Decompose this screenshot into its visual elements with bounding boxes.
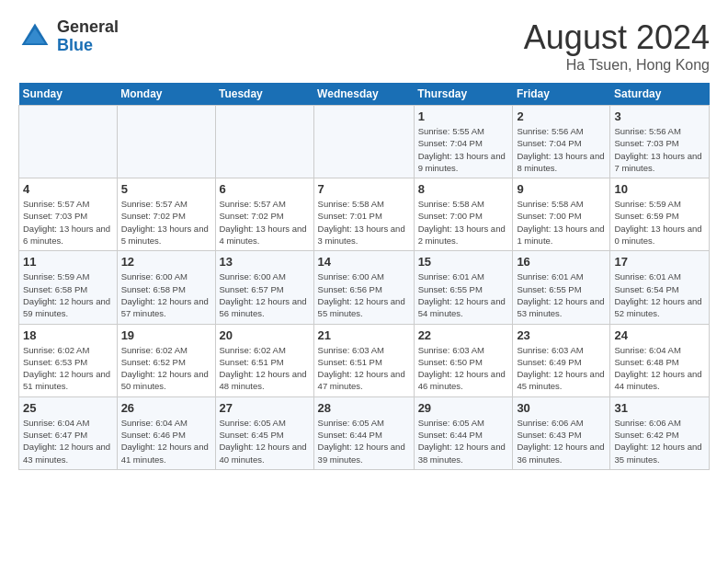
day-number: 9 xyxy=(517,182,606,196)
calendar-cell: 13Sunrise: 6:00 AM Sunset: 6:57 PM Dayli… xyxy=(215,251,313,324)
header-saturday: Saturday xyxy=(610,83,710,106)
day-info: Sunrise: 6:06 AM Sunset: 6:42 PM Dayligh… xyxy=(614,417,705,465)
day-info: Sunrise: 6:04 AM Sunset: 6:46 PM Dayligh… xyxy=(121,417,211,465)
header-wednesday: Wednesday xyxy=(313,83,414,106)
day-info: Sunrise: 6:00 AM Sunset: 6:57 PM Dayligh… xyxy=(220,270,310,319)
header-thursday: Thursday xyxy=(414,83,513,106)
calendar-header-row: SundayMondayTuesdayWednesdayThursdayFrid… xyxy=(19,83,710,106)
calendar-cell xyxy=(117,106,215,178)
day-number: 26 xyxy=(121,401,211,415)
calendar-cell: 23Sunrise: 6:03 AM Sunset: 6:49 PM Dayli… xyxy=(513,324,610,396)
page-header: General Blue August 2024 Ha Tsuen, Hong … xyxy=(18,18,710,74)
calendar-cell: 25Sunrise: 6:04 AM Sunset: 6:47 PM Dayli… xyxy=(19,396,118,469)
location: Ha Tsuen, Hong Kong xyxy=(524,57,710,74)
day-number: 10 xyxy=(614,182,705,196)
day-number: 17 xyxy=(614,255,705,269)
title-block: August 2024 Ha Tsuen, Hong Kong xyxy=(524,18,710,74)
calendar-cell: 12Sunrise: 6:00 AM Sunset: 6:58 PM Dayli… xyxy=(117,251,215,324)
calendar-cell: 22Sunrise: 6:03 AM Sunset: 6:50 PM Dayli… xyxy=(414,324,513,396)
calendar-cell xyxy=(215,106,313,178)
day-info: Sunrise: 6:01 AM Sunset: 6:55 PM Dayligh… xyxy=(517,270,606,319)
calendar-cell: 6Sunrise: 5:57 AM Sunset: 7:02 PM Daylig… xyxy=(215,178,313,251)
calendar-cell: 4Sunrise: 5:57 AM Sunset: 7:03 PM Daylig… xyxy=(19,178,118,251)
day-info: Sunrise: 6:02 AM Sunset: 6:51 PM Dayligh… xyxy=(220,344,310,393)
calendar-week-3: 11Sunrise: 5:59 AM Sunset: 6:58 PM Dayli… xyxy=(19,251,710,324)
calendar-cell: 21Sunrise: 6:03 AM Sunset: 6:51 PM Dayli… xyxy=(313,324,414,396)
day-info: Sunrise: 5:58 AM Sunset: 7:00 PM Dayligh… xyxy=(517,198,606,247)
calendar-cell: 11Sunrise: 5:59 AM Sunset: 6:58 PM Dayli… xyxy=(19,251,118,324)
logo-blue-text: Blue xyxy=(57,37,119,55)
calendar-cell: 8Sunrise: 5:58 AM Sunset: 7:00 PM Daylig… xyxy=(414,178,513,251)
day-number: 1 xyxy=(418,109,509,123)
day-info: Sunrise: 6:00 AM Sunset: 6:58 PM Dayligh… xyxy=(121,270,211,319)
calendar-cell: 24Sunrise: 6:04 AM Sunset: 6:48 PM Dayli… xyxy=(610,324,710,396)
day-info: Sunrise: 5:59 AM Sunset: 6:59 PM Dayligh… xyxy=(614,198,705,247)
day-info: Sunrise: 5:56 AM Sunset: 7:04 PM Dayligh… xyxy=(517,125,606,174)
day-info: Sunrise: 5:57 AM Sunset: 7:02 PM Dayligh… xyxy=(220,198,310,247)
day-number: 5 xyxy=(121,182,211,196)
day-info: Sunrise: 6:04 AM Sunset: 6:48 PM Dayligh… xyxy=(614,344,705,393)
day-number: 27 xyxy=(220,401,310,415)
calendar-cell xyxy=(19,106,118,178)
day-number: 4 xyxy=(23,182,113,196)
header-friday: Friday xyxy=(513,83,610,106)
day-info: Sunrise: 6:05 AM Sunset: 6:45 PM Dayligh… xyxy=(220,417,310,465)
day-number: 8 xyxy=(418,182,509,196)
day-number: 20 xyxy=(220,328,310,342)
calendar-cell: 1Sunrise: 5:55 AM Sunset: 7:04 PM Daylig… xyxy=(414,106,513,178)
day-number: 6 xyxy=(220,182,310,196)
calendar-cell: 10Sunrise: 5:59 AM Sunset: 6:59 PM Dayli… xyxy=(610,178,710,251)
calendar-week-2: 4Sunrise: 5:57 AM Sunset: 7:03 PM Daylig… xyxy=(19,178,710,251)
day-info: Sunrise: 6:03 AM Sunset: 6:49 PM Dayligh… xyxy=(517,344,606,393)
day-number: 12 xyxy=(121,255,211,269)
calendar-cell: 20Sunrise: 6:02 AM Sunset: 6:51 PM Dayli… xyxy=(215,324,313,396)
day-info: Sunrise: 6:01 AM Sunset: 6:54 PM Dayligh… xyxy=(614,270,705,319)
day-info: Sunrise: 5:58 AM Sunset: 7:01 PM Dayligh… xyxy=(318,198,410,247)
day-number: 3 xyxy=(614,109,705,123)
day-number: 28 xyxy=(318,401,410,415)
day-info: Sunrise: 6:04 AM Sunset: 6:47 PM Dayligh… xyxy=(23,417,113,465)
header-sunday: Sunday xyxy=(19,83,118,106)
day-info: Sunrise: 5:55 AM Sunset: 7:04 PM Dayligh… xyxy=(418,125,509,174)
day-number: 30 xyxy=(517,401,606,415)
calendar-cell: 18Sunrise: 6:02 AM Sunset: 6:53 PM Dayli… xyxy=(19,324,118,396)
day-info: Sunrise: 6:02 AM Sunset: 6:53 PM Dayligh… xyxy=(23,344,113,393)
day-number: 22 xyxy=(418,328,509,342)
header-tuesday: Tuesday xyxy=(215,83,313,106)
calendar-cell: 9Sunrise: 5:58 AM Sunset: 7:00 PM Daylig… xyxy=(513,178,610,251)
day-number: 24 xyxy=(614,328,705,342)
day-info: Sunrise: 6:03 AM Sunset: 6:50 PM Dayligh… xyxy=(418,344,509,393)
calendar-cell: 15Sunrise: 6:01 AM Sunset: 6:55 PM Dayli… xyxy=(414,251,513,324)
day-info: Sunrise: 5:57 AM Sunset: 7:03 PM Dayligh… xyxy=(23,198,113,247)
calendar-cell: 26Sunrise: 6:04 AM Sunset: 6:46 PM Dayli… xyxy=(117,396,215,469)
day-number: 2 xyxy=(517,109,606,123)
calendar-cell: 5Sunrise: 5:57 AM Sunset: 7:02 PM Daylig… xyxy=(117,178,215,251)
day-info: Sunrise: 6:06 AM Sunset: 6:43 PM Dayligh… xyxy=(517,417,606,465)
day-info: Sunrise: 5:58 AM Sunset: 7:00 PM Dayligh… xyxy=(418,198,509,247)
header-monday: Monday xyxy=(117,83,215,106)
calendar-table: SundayMondayTuesdayWednesdayThursdayFrid… xyxy=(18,83,710,470)
day-number: 16 xyxy=(517,255,606,269)
calendar-week-1: 1Sunrise: 5:55 AM Sunset: 7:04 PM Daylig… xyxy=(19,106,710,178)
calendar-cell: 27Sunrise: 6:05 AM Sunset: 6:45 PM Dayli… xyxy=(215,396,313,469)
calendar-cell: 3Sunrise: 5:56 AM Sunset: 7:03 PM Daylig… xyxy=(610,106,710,178)
day-number: 15 xyxy=(418,255,509,269)
day-number: 19 xyxy=(121,328,211,342)
calendar-cell: 31Sunrise: 6:06 AM Sunset: 6:42 PM Dayli… xyxy=(610,396,710,469)
month-title: August 2024 xyxy=(524,18,710,57)
calendar-cell: 7Sunrise: 5:58 AM Sunset: 7:01 PM Daylig… xyxy=(313,178,414,251)
day-info: Sunrise: 6:05 AM Sunset: 6:44 PM Dayligh… xyxy=(418,417,509,465)
day-info: Sunrise: 6:05 AM Sunset: 6:44 PM Dayligh… xyxy=(318,417,410,465)
day-info: Sunrise: 6:03 AM Sunset: 6:51 PM Dayligh… xyxy=(318,344,410,393)
day-number: 25 xyxy=(23,401,113,415)
calendar-cell: 28Sunrise: 6:05 AM Sunset: 6:44 PM Dayli… xyxy=(313,396,414,469)
logo-icon xyxy=(18,20,51,53)
day-number: 14 xyxy=(318,255,410,269)
logo: General Blue xyxy=(18,18,119,55)
calendar-cell: 16Sunrise: 6:01 AM Sunset: 6:55 PM Dayli… xyxy=(513,251,610,324)
day-info: Sunrise: 5:59 AM Sunset: 6:58 PM Dayligh… xyxy=(23,270,113,319)
day-number: 21 xyxy=(318,328,410,342)
day-number: 13 xyxy=(220,255,310,269)
day-number: 11 xyxy=(23,255,113,269)
calendar-cell: 30Sunrise: 6:06 AM Sunset: 6:43 PM Dayli… xyxy=(513,396,610,469)
